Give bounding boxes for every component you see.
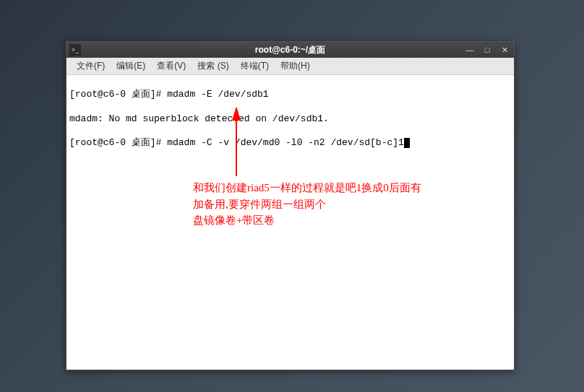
- titlebar[interactable]: >_ root@c6-0:~/桌面 — □ ✕: [66, 42, 514, 58]
- menu-label: 帮助(H): [280, 61, 310, 71]
- menu-view[interactable]: 查看(V): [151, 58, 192, 74]
- annotation-text: 和我们创建riad5一样的过程就是吧1换成0后面有 加备用,要穿件两组一组两个 …: [193, 180, 504, 229]
- menu-edit[interactable]: 编辑(E): [111, 58, 151, 74]
- annotation-line: 加备用,要穿件两组一组两个: [193, 196, 504, 213]
- menu-label: 终端(T): [241, 61, 269, 71]
- menu-help[interactable]: 帮助(H): [275, 58, 316, 74]
- terminal-body[interactable]: [root@c6-0 桌面]# mdadm -E /dev/sdb1 mdadm…: [66, 75, 514, 370]
- menu-terminal[interactable]: 终端(T): [235, 58, 275, 74]
- menu-search[interactable]: 搜索 (S): [192, 58, 234, 74]
- annotation-line: 盘镜像卷+带区卷: [193, 212, 504, 229]
- terminal-window: >_ root@c6-0:~/桌面 — □ ✕ 文件(F) 编辑(E) 查看(V…: [66, 41, 515, 370]
- menu-file[interactable]: 文件(F): [71, 58, 111, 74]
- terminal-line: [root@c6-0 桌面]# mdadm -E /dev/sdb1: [69, 89, 511, 101]
- menu-label: 查看(V): [157, 61, 186, 71]
- menu-label: 搜索 (S): [197, 61, 228, 71]
- menubar: 文件(F) 编辑(E) 查看(V) 搜索 (S) 终端(T) 帮助(H): [66, 58, 514, 75]
- maximize-button[interactable]: □: [481, 45, 494, 55]
- minimize-button[interactable]: —: [463, 45, 476, 55]
- cursor: [404, 138, 410, 148]
- terminal-icon: >_: [69, 44, 81, 56]
- menu-label: 文件(F): [77, 61, 105, 71]
- window-controls: — □ ✕: [463, 45, 511, 55]
- terminal-line: [root@c6-0 桌面]# mdadm -C -v /dev/md0 -l0…: [69, 137, 511, 149]
- annotation-line: 和我们创建riad5一样的过程就是吧1换成0后面有: [193, 180, 504, 196]
- window-title: root@c6-0:~/桌面: [255, 44, 325, 56]
- close-button[interactable]: ✕: [498, 45, 511, 55]
- terminal-line: mdadm: No md superblock detected on /dev…: [69, 113, 511, 126]
- menu-label: 编辑(E): [116, 61, 145, 71]
